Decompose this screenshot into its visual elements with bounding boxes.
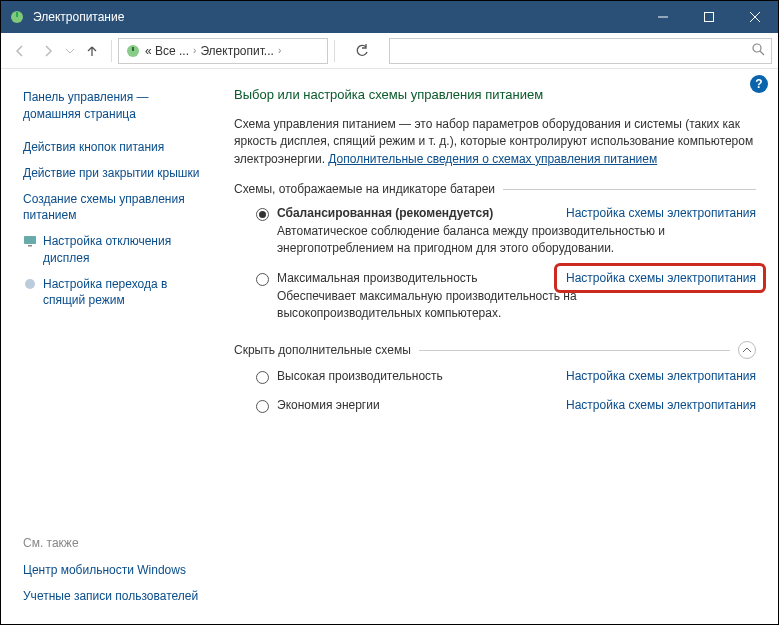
- breadcrumb-current: Электропит...: [200, 44, 274, 58]
- plan-power-saver: Экономия энергии Настройка схемы электро…: [234, 398, 756, 413]
- page-heading: Выбор или настройка схемы управления пит…: [234, 87, 756, 102]
- sidebar-link-mobility-center[interactable]: Центр мобильности Windows: [23, 562, 202, 578]
- sidebar-item-label: Настройка перехода в спящий режим: [43, 276, 202, 308]
- svg-point-12: [25, 279, 35, 289]
- close-button[interactable]: [732, 1, 778, 33]
- sidebar-item-label: Настройка отключения дисплея: [43, 233, 202, 265]
- recent-dropdown[interactable]: [63, 38, 77, 64]
- hide-additional-group-label[interactable]: Скрыть дополнительные схемы: [234, 341, 756, 359]
- control-panel-home-link[interactable]: Панель управления — домашняя страница: [23, 89, 202, 123]
- navigation-bar: « Все ... › Электропит... ›: [1, 33, 778, 69]
- minimize-button[interactable]: [640, 1, 686, 33]
- plan-name[interactable]: Высокая производительность: [277, 369, 443, 383]
- refresh-button[interactable]: [341, 44, 383, 58]
- plan-max-performance: Максимальная производительность Настройк…: [234, 271, 756, 322]
- plan-settings-link[interactable]: Настройка схемы электропитания: [566, 271, 756, 285]
- plan-settings-link[interactable]: Настройка схемы электропитания: [566, 398, 756, 412]
- search-input[interactable]: [389, 38, 772, 64]
- radio-power-saver[interactable]: [256, 400, 269, 413]
- search-icon: [751, 42, 765, 59]
- moon-icon: [23, 277, 37, 291]
- up-button[interactable]: [79, 38, 105, 64]
- intro-more-link[interactable]: Дополнительные сведения о схемах управле…: [328, 152, 657, 166]
- svg-rect-7: [132, 47, 134, 51]
- radio-high-performance[interactable]: [256, 371, 269, 384]
- control-panel-icon: [125, 43, 141, 59]
- app-icon: [9, 9, 25, 25]
- breadcrumb[interactable]: « Все ... › Электропит... ›: [118, 38, 328, 64]
- main-content: ? Выбор или настройка схемы управления п…: [216, 69, 778, 624]
- battery-plans-group-label: Схемы, отображаемые на индикаторе батаре…: [234, 182, 756, 196]
- sidebar: Панель управления — домашняя страница Де…: [1, 69, 216, 624]
- sidebar-link-create-plan[interactable]: Создание схемы управления питанием: [23, 191, 202, 223]
- radio-balanced[interactable]: [256, 208, 269, 221]
- plan-name[interactable]: Максимальная производительность: [277, 271, 478, 285]
- divider: [419, 350, 730, 351]
- svg-rect-1: [16, 12, 18, 17]
- svg-line-9: [760, 51, 764, 55]
- chevron-right-icon: ›: [193, 45, 196, 56]
- plan-high-performance: Высокая производительность Настройка схе…: [234, 369, 756, 384]
- separator: [334, 40, 335, 62]
- plan-name[interactable]: Экономия энергии: [277, 398, 380, 412]
- separator: [111, 40, 112, 62]
- sidebar-link-sleep[interactable]: Настройка перехода в спящий режим: [41, 276, 202, 308]
- help-icon[interactable]: ?: [750, 75, 768, 93]
- sidebar-link-power-buttons[interactable]: Действия кнопок питания: [23, 139, 202, 155]
- sidebar-link-user-accounts[interactable]: Учетные записи пользователей: [23, 588, 202, 604]
- maximize-button[interactable]: [686, 1, 732, 33]
- intro-text: Схема управления питанием — это набор па…: [234, 116, 756, 168]
- group-label-text: Скрыть дополнительные схемы: [234, 343, 411, 357]
- breadcrumb-root: « Все ...: [145, 44, 189, 58]
- forward-button[interactable]: [35, 38, 61, 64]
- plan-name[interactable]: Сбалансированная (рекомендуется): [277, 206, 493, 220]
- window-titlebar: Электропитание: [1, 1, 778, 33]
- plan-balanced: Сбалансированная (рекомендуется) Настрой…: [234, 206, 756, 257]
- svg-point-8: [753, 44, 761, 52]
- plan-description: Автоматическое соблюдение баланса между …: [277, 223, 697, 257]
- svg-rect-10: [24, 236, 36, 244]
- sidebar-link-lid-close[interactable]: Действие при закрытии крышки: [23, 165, 202, 181]
- back-button[interactable]: [7, 38, 33, 64]
- chevron-right-icon: ›: [278, 45, 281, 56]
- plan-settings-link[interactable]: Настройка схемы электропитания: [566, 369, 756, 383]
- svg-rect-11: [28, 245, 32, 247]
- plan-settings-link[interactable]: Настройка схемы электропитания: [566, 206, 756, 220]
- window-title: Электропитание: [33, 10, 640, 24]
- group-label-text: Схемы, отображаемые на индикаторе батаре…: [234, 182, 495, 196]
- sidebar-link-display-off[interactable]: Настройка отключения дисплея: [41, 233, 202, 265]
- svg-rect-3: [705, 13, 714, 22]
- monitor-icon: [23, 234, 37, 248]
- plan-description: Обеспечивает максимальную производительн…: [277, 288, 697, 322]
- see-also-label: См. также: [23, 536, 202, 550]
- radio-max-performance[interactable]: [256, 273, 269, 286]
- chevron-up-icon[interactable]: [738, 341, 756, 359]
- divider: [503, 189, 756, 190]
